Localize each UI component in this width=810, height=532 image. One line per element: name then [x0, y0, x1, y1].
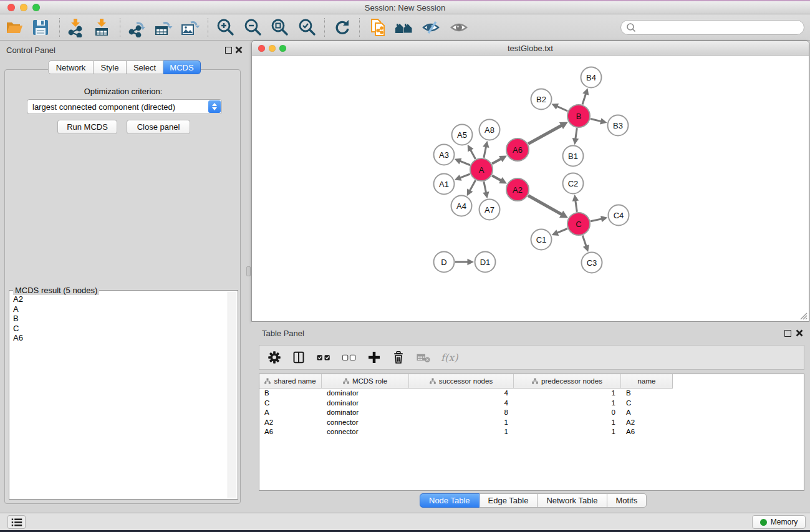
resize-grip-icon[interactable] — [799, 311, 808, 320]
table-cell[interactable]: A — [259, 408, 322, 418]
table-cell[interactable]: connector — [322, 418, 409, 428]
table-cell[interactable]: 0 — [514, 408, 621, 418]
table-cell[interactable]: 1 — [514, 427, 621, 437]
table-cell[interactable]: dominator — [322, 408, 409, 418]
table-row[interactable]: A6connector11A6 — [259, 427, 804, 437]
optimization-criterion-dropdown[interactable]: largest connected component (directed) — [27, 99, 222, 114]
close-table-panel-icon[interactable] — [796, 329, 803, 337]
graph-edge[interactable] — [460, 174, 470, 178]
export-table-icon[interactable] — [153, 17, 173, 37]
import-table-icon[interactable] — [92, 17, 112, 37]
table-cell[interactable]: 1 — [409, 427, 514, 437]
table-row[interactable]: A2connector11A2 — [259, 418, 804, 428]
delete-column-trash-icon[interactable] — [391, 350, 406, 365]
graph-edge[interactable] — [492, 158, 501, 163]
memory-button[interactable]: Memory — [752, 515, 806, 529]
zoom-fit-icon[interactable] — [270, 17, 290, 37]
refresh-icon[interactable] — [332, 17, 352, 37]
graph-edge[interactable] — [557, 229, 567, 233]
close-panel-button[interactable]: Close panel — [127, 120, 190, 134]
graph-edge[interactable] — [582, 94, 586, 104]
tab-select[interactable]: Select — [127, 60, 163, 74]
table-cell[interactable]: 4 — [409, 399, 514, 409]
column-header-predecessor-nodes[interactable]: predecessor nodes — [514, 374, 621, 388]
table-cell[interactable]: A6 — [259, 427, 322, 437]
open-file-icon[interactable] — [4, 17, 24, 37]
copy-network-icon[interactable] — [368, 17, 388, 37]
show-all-eye-icon[interactable] — [449, 17, 469, 37]
table-cell[interactable]: A2 — [621, 418, 672, 428]
table-cell[interactable]: dominator — [322, 399, 409, 409]
save-session-icon[interactable] — [31, 17, 51, 37]
graph-edge[interactable] — [470, 150, 475, 159]
deselect-all-checkboxes-icon[interactable] — [341, 350, 357, 365]
tab-motifs[interactable]: Motifs — [607, 493, 647, 508]
mcds-list-scrollbar[interactable] — [228, 292, 236, 498]
float-table-panel-icon[interactable] — [784, 330, 791, 337]
tab-mcds[interactable]: MCDS — [163, 60, 201, 74]
table-cell[interactable]: C — [621, 399, 672, 409]
list-item[interactable]: C — [11, 324, 223, 334]
tab-network[interactable]: Network — [48, 60, 94, 74]
table-cell[interactable]: B — [259, 389, 322, 399]
export-network-icon[interactable] — [127, 17, 147, 37]
tab-style[interactable]: Style — [94, 60, 127, 74]
list-item[interactable]: A2 — [11, 294, 223, 304]
graph-edge[interactable] — [528, 196, 562, 215]
table-cell[interactable]: C — [259, 399, 322, 409]
table-cell[interactable]: 8 — [409, 408, 514, 418]
network-graph-canvas[interactable]: B4B2BB3A8A5A6A3B1AA1C2A2A4A7C4CC1C3DD1 — [253, 56, 809, 318]
table-cell[interactable]: connector — [322, 427, 409, 437]
table-cell[interactable]: 1 — [514, 418, 621, 428]
column-header-successor-nodes[interactable]: successor nodes — [409, 374, 514, 388]
task-history-button[interactable] — [7, 515, 26, 529]
graph-edge[interactable] — [576, 200, 577, 211]
graph-edge[interactable] — [470, 180, 475, 191]
zoom-out-icon[interactable] — [243, 17, 263, 37]
tab-node-table[interactable]: Node Table — [420, 493, 480, 508]
zoom-in-icon[interactable] — [216, 17, 236, 37]
add-column-icon[interactable] — [367, 350, 382, 365]
vertical-splitter-grip[interactable] — [246, 266, 251, 276]
gear-icon[interactable] — [267, 350, 282, 365]
graph-edge[interactable] — [484, 181, 486, 193]
export-image-icon[interactable] — [180, 17, 200, 37]
table-row[interactable]: Bdominator41B — [259, 389, 804, 399]
close-panel-icon[interactable] — [235, 46, 243, 54]
graph-edge[interactable] — [528, 125, 562, 144]
hide-selected-eye-slash-icon[interactable] — [421, 17, 441, 37]
search-input[interactable] — [620, 20, 804, 35]
column-header-mcds-role[interactable]: MCDS role — [322, 374, 409, 388]
table-cell[interactable]: 1 — [514, 399, 621, 409]
home-layout-icon[interactable] — [394, 17, 414, 37]
zoom-selected-icon[interactable] — [297, 17, 317, 37]
graph-edge[interactable] — [557, 106, 567, 111]
graph-edge[interactable] — [582, 235, 586, 246]
list-item[interactable]: A6 — [11, 333, 223, 343]
table-cell[interactable]: A — [621, 408, 672, 418]
table-cell[interactable]: B — [621, 389, 672, 399]
table-row[interactable]: Adominator80A — [259, 408, 804, 418]
table-cell[interactable]: A2 — [259, 418, 322, 428]
column-header-name[interactable]: name — [621, 374, 672, 388]
tab-edge-table[interactable]: Edge Table — [480, 493, 538, 508]
table-cell[interactable]: 1 — [514, 389, 621, 399]
table-cell[interactable]: 4 — [409, 389, 514, 399]
graph-edge[interactable] — [460, 161, 470, 165]
dropdown-stepper-icon[interactable] — [208, 100, 221, 113]
table-cell[interactable]: dominator — [322, 389, 409, 399]
graph-edge[interactable] — [484, 147, 486, 158]
float-panel-icon[interactable] — [225, 47, 232, 54]
show-columns-icon[interactable] — [291, 350, 306, 365]
import-network-icon[interactable] — [65, 17, 85, 37]
column-header-shared-name[interactable]: shared name — [259, 374, 322, 388]
graph-edge[interactable] — [492, 175, 501, 180]
table-row[interactable]: Cdominator41C — [259, 399, 804, 409]
graph-edge[interactable] — [591, 119, 601, 122]
graph-edge[interactable] — [591, 219, 602, 221]
graph-edge[interactable] — [576, 128, 577, 138]
run-mcds-button[interactable]: Run MCDS — [57, 120, 117, 134]
table-cell[interactable]: 1 — [409, 418, 514, 428]
tab-network-table[interactable]: Network Table — [538, 493, 607, 508]
list-item[interactable]: B — [11, 314, 223, 324]
